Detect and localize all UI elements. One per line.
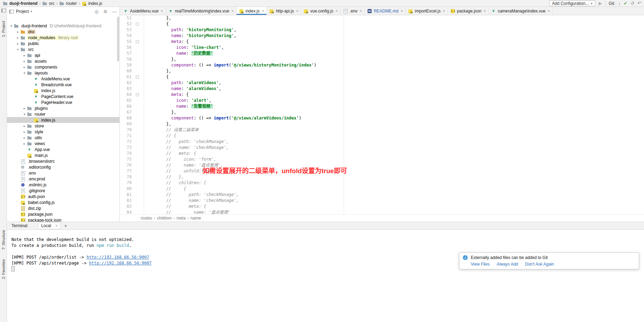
- fold-marker-icon[interactable]: [136, 93, 139, 96]
- tree-item[interactable]: index.js: [7, 117, 120, 123]
- code-line[interactable]: // },: [146, 174, 644, 180]
- chevron-right-icon[interactable]: ▸: [22, 107, 27, 110]
- breadcrumb-item[interactable]: meta: [176, 216, 186, 221]
- tree-item[interactable]: PageContent.vue: [7, 93, 120, 99]
- code-line[interactable]: // path: 'checkManage',: [146, 192, 644, 198]
- code-line[interactable]: },: [146, 15, 644, 21]
- code-line[interactable]: // 设置二级菜单: [146, 127, 644, 133]
- tree-item[interactable]: ▾duoji-frontendD:\zheheWeb\duoji-fronten…: [7, 23, 120, 29]
- chevron-right-icon[interactable]: ▸: [15, 36, 20, 39]
- code-line[interactable]: // name: 'checkManage',: [146, 198, 644, 204]
- breadcrumb-item[interactable]: children: [157, 216, 171, 221]
- hide-panel-icon[interactable]: —: [112, 9, 117, 14]
- code-line[interactable]: path: 'historyMonitoring',: [146, 27, 644, 33]
- editor-tab[interactable]: package.json×: [448, 7, 489, 15]
- tree-item[interactable]: ▸components: [7, 64, 120, 70]
- tree-item[interactable]: .editorconfig: [7, 164, 120, 170]
- run-icon[interactable]: ▶: [599, 1, 602, 6]
- chevron-right-icon[interactable]: ▸: [22, 136, 27, 140]
- tree-item[interactable]: ▸api: [7, 52, 120, 58]
- tree-item[interactable]: .browserslistrc: [7, 158, 120, 164]
- terminal-tab-local[interactable]: Local ×: [38, 222, 61, 229]
- code-line[interactable]: meta: {: [146, 92, 644, 98]
- editor-tab[interactable]: vue.config.js×: [301, 7, 341, 15]
- tree-item[interactable]: ▸assets: [7, 58, 120, 64]
- tree-item[interactable]: ▸utils: [7, 135, 120, 141]
- tree-item[interactable]: index.js: [7, 88, 120, 93]
- code-line[interactable]: name: 'alarmVideos',: [146, 86, 644, 92]
- nav-breadcrumb-item[interactable]: router: [59, 1, 77, 6]
- code-line[interactable]: name: '告警视频': [146, 104, 644, 109]
- tree-item[interactable]: Breadcrumb.vue: [7, 82, 120, 88]
- editor-tab[interactable]: AsideMenu.vue×: [121, 7, 166, 15]
- notification-action-link[interactable]: View Files: [471, 262, 489, 267]
- chevron-down-icon[interactable]: ▾: [9, 24, 14, 28]
- nav-breadcrumb-item[interactable]: src: [42, 1, 54, 6]
- git-history-icon[interactable]: ↺: [630, 1, 634, 6]
- tool-window-button[interactable]: 2: Favorites: [0, 254, 7, 284]
- chevron-right-icon[interactable]: ▸: [15, 30, 20, 34]
- editor-tab[interactable]: cameraManage\index.vue×: [489, 7, 553, 15]
- tree-item[interactable]: babel.config.js: [7, 199, 120, 205]
- locate-file-icon[interactable]: ◎: [95, 9, 98, 14]
- tool-window-button[interactable]: 7: Structure: [0, 225, 7, 255]
- code-line[interactable]: // meta: {: [146, 151, 644, 156]
- chevron-down-icon[interactable]: ▾: [22, 71, 27, 75]
- code-line[interactable]: {: [146, 21, 644, 27]
- editor-tab[interactable]: http-api.js×: [267, 7, 301, 15]
- editor-tab[interactable]: .env×: [341, 7, 365, 15]
- tree-item[interactable]: ▸node_moduleslibrary root: [7, 35, 120, 41]
- code-line[interactable]: // children: [: [146, 180, 644, 186]
- tree-item[interactable]: ▾router: [7, 111, 120, 117]
- add-configuration-button[interactable]: Add Configuration... ▾: [549, 0, 596, 6]
- tree-item[interactable]: .gitignore: [7, 188, 120, 194]
- git-update-icon[interactable]: ↓: [618, 1, 621, 6]
- git-commit-icon[interactable]: ✔: [624, 1, 627, 6]
- code-line[interactable]: icon: 'line-chart',: [146, 45, 644, 51]
- tree-item[interactable]: App.vue: [7, 146, 120, 152]
- tree-item[interactable]: .env: [7, 170, 120, 176]
- fold-marker-icon[interactable]: [136, 40, 139, 43]
- code-line[interactable]: // path: 'checkManage',: [146, 139, 644, 145]
- close-icon[interactable]: ×: [548, 9, 550, 14]
- code-line[interactable]: // name: '盘点管理': [146, 209, 644, 215]
- tree-item[interactable]: main.js: [7, 152, 120, 158]
- editor-tab[interactable]: realTimeMonitoring\index.vue×: [166, 7, 237, 15]
- scrollbar-thumb[interactable]: [117, 17, 119, 62]
- tree-item[interactable]: ▸public: [7, 41, 120, 46]
- tree-item[interactable]: ▸plugins: [7, 105, 120, 111]
- tree-item[interactable]: ▸style: [7, 129, 120, 135]
- tool-window-button[interactable]: 1: Project: [0, 15, 7, 43]
- close-icon[interactable]: ×: [360, 9, 362, 14]
- code-line[interactable]: // meta: {: [146, 204, 644, 209]
- tree-item[interactable]: ▸views: [7, 141, 120, 146]
- editor-tab[interactable]: importExcel.js×: [406, 7, 448, 15]
- close-icon[interactable]: ×: [296, 9, 298, 14]
- tree-item[interactable]: ▾layouts: [7, 70, 120, 76]
- code-line[interactable]: name: '历史数据': [146, 51, 644, 56]
- tree-item[interactable]: PageHeader.vue: [7, 99, 120, 105]
- close-icon[interactable]: ×: [400, 9, 403, 14]
- chevron-right-icon[interactable]: ▸: [15, 42, 20, 45]
- editor-tab[interactable]: README.md×: [365, 7, 406, 15]
- code-editor[interactable]: 5152535455565758596061626364656667686970…: [120, 15, 644, 215]
- code-line[interactable]: path: 'alarmVideos',: [146, 80, 644, 86]
- chevron-right-icon[interactable]: ▸: [22, 65, 27, 69]
- editor-tab[interactable]: index.js×: [237, 7, 267, 15]
- project-view-selector[interactable]: Project ▾: [16, 9, 32, 14]
- code-line[interactable]: meta: {: [146, 39, 644, 45]
- fold-marker-icon[interactable]: [136, 23, 139, 26]
- code-line[interactable]: {: [146, 74, 644, 80]
- code-line[interactable]: name: 'historyMonitoring',: [146, 33, 644, 39]
- tree-item[interactable]: package-lock.json: [7, 217, 120, 222]
- code-line[interactable]: // {: [146, 186, 644, 192]
- tree-item[interactable]: .eslintrc.js: [7, 182, 120, 188]
- terminal-link[interactable]: http://192.168.66.56:9007: [89, 261, 152, 266]
- chevron-right-icon[interactable]: ▸: [22, 60, 27, 63]
- chevron-down-icon[interactable]: ▾: [15, 48, 20, 51]
- close-icon[interactable]: ×: [161, 9, 163, 14]
- close-icon[interactable]: ×: [231, 9, 234, 14]
- chevron-right-icon[interactable]: ▸: [22, 124, 27, 128]
- notification-action-link[interactable]: Don't Ask Again: [525, 262, 554, 267]
- new-terminal-button[interactable]: +: [64, 223, 67, 229]
